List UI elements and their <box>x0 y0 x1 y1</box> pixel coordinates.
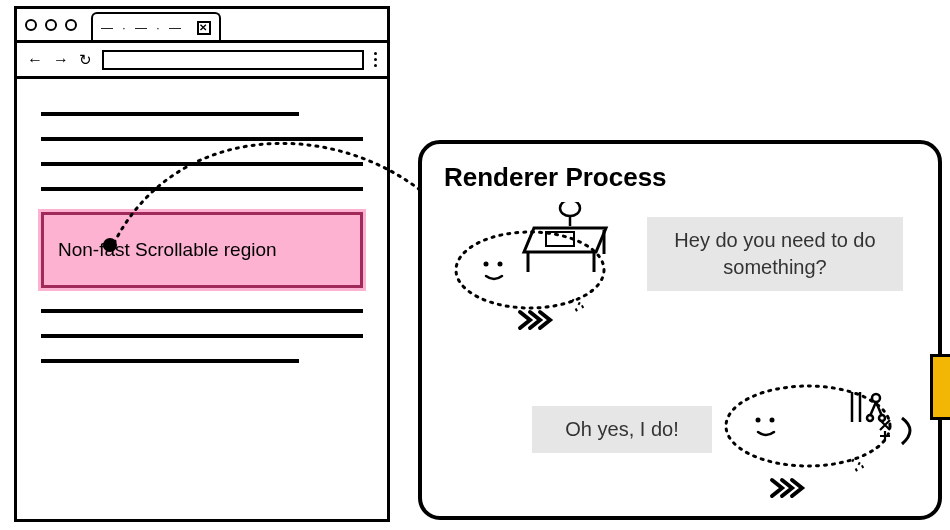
svg-point-12 <box>756 418 761 423</box>
content-line <box>41 334 363 338</box>
browser-window: — · — · — ✕ ← → ↻ Non-fast Scrollable re… <box>14 6 390 522</box>
window-dot[interactable] <box>65 19 77 31</box>
address-input[interactable] <box>102 50 364 70</box>
svg-point-14 <box>872 394 880 402</box>
window-dot[interactable] <box>45 19 57 31</box>
browser-toolbar: ← → ↻ <box>17 43 387 79</box>
svg-point-15 <box>867 415 873 421</box>
svg-point-10 <box>498 262 503 267</box>
main-thread-critter-icon <box>712 364 932 514</box>
compositor-thread-row: Hey do you need to do something? <box>442 202 642 346</box>
close-icon[interactable]: ✕ <box>197 21 211 35</box>
back-icon[interactable]: ← <box>27 51 43 69</box>
browser-tab[interactable]: — · — · — ✕ <box>91 12 221 42</box>
content-line <box>41 112 299 116</box>
reload-icon[interactable]: ↻ <box>79 51 92 69</box>
non-fast-scrollable-region: Non-fast Scrollable region <box>41 212 363 288</box>
menu-icon[interactable] <box>374 52 377 67</box>
js-box: JS <box>930 354 950 420</box>
browser-titlebar: — · — · — ✕ <box>17 9 387 43</box>
svg-point-11 <box>726 386 890 466</box>
svg-point-13 <box>770 418 775 423</box>
panel-title: Renderer Process <box>444 162 916 193</box>
window-dot[interactable] <box>25 19 37 31</box>
speech-bubble: Oh yes, I do! <box>532 406 712 453</box>
speech-bubble: Hey do you need to do something? <box>647 217 903 291</box>
svg-point-9 <box>484 262 489 267</box>
forward-icon[interactable]: → <box>53 51 69 69</box>
compositor-critter-icon <box>442 202 642 342</box>
content-line <box>41 162 363 166</box>
tab-title: — · — · — <box>101 21 184 35</box>
svg-point-2 <box>560 202 580 216</box>
region-label: Non-fast Scrollable region <box>58 239 346 261</box>
content-line <box>41 137 363 141</box>
content-line <box>41 309 363 313</box>
renderer-process-panel: Renderer Process <box>418 140 942 520</box>
content-line <box>41 187 363 191</box>
content-line <box>41 359 299 363</box>
page-content: Non-fast Scrollable region <box>17 79 387 396</box>
